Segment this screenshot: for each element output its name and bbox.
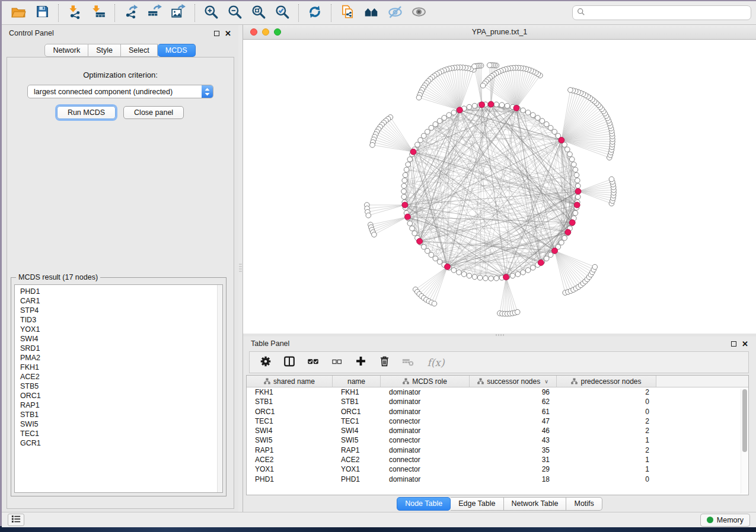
network-window-titlebar[interactable]: YPA_prune.txt_1 [243,25,756,40]
search-field[interactable] [572,5,751,20]
first-neighbors-button[interactable] [359,3,383,23]
tab-style[interactable]: Style [88,44,121,57]
export-image-icon [171,4,186,22]
table-row[interactable]: STB1STB1dominator620 [247,397,748,406]
close-panel-icon[interactable]: ✕ [742,341,748,347]
import-network-button[interactable] [63,3,87,23]
mcds-result-item[interactable]: ACE2 [20,372,222,382]
table-row[interactable]: TEC1TEC1connector472 [247,416,748,426]
optimization-criterion-label: Optimization criterion: [7,70,234,79]
mcds-result-item[interactable]: ORC1 [20,391,222,400]
tab-mcds[interactable]: MCDS [158,44,196,57]
table-row[interactable]: SWI4SWI4dominator462 [247,426,748,435]
mcds-result-item[interactable]: TEC1 [20,429,222,438]
column-header-predecessor-nodes[interactable]: predecessor nodes [557,376,656,387]
import-table-icon [91,4,106,22]
float-panel-icon[interactable] [731,341,736,347]
table-settings-button[interactable] [257,354,275,371]
mcds-result-item[interactable]: CAR1 [20,296,222,306]
clone-network-button[interactable] [336,3,359,23]
mcds-result-item[interactable]: STB1 [20,410,222,419]
mcds-result-item[interactable]: SRD1 [20,344,222,353]
table-row[interactable]: RAP1RAP1dominator352 [247,446,748,455]
result-list-scrollbar[interactable] [217,285,222,492]
mcds-result-item[interactable]: YOX1 [20,325,222,334]
mcds-result-item[interactable]: STP4 [20,306,222,315]
column-header-mcds-role[interactable]: MCDS role [381,376,470,387]
export-table-button[interactable] [143,3,167,23]
table-row[interactable]: YOX1YOX1connector291 [247,464,748,474]
hide-selected-button[interactable] [383,3,407,23]
save-button[interactable] [30,3,54,23]
table-cell: 29 [470,464,557,474]
save-floppy-icon [35,4,50,21]
deselect-all-columns-button[interactable] [328,354,346,371]
mcds-result-item[interactable]: PMA2 [20,353,222,363]
criterion-selected-value: largest connected component (undirected) [28,88,202,96]
mcds-result-item[interactable]: RAP1 [20,400,222,410]
tab-network-table[interactable]: Network Table [504,497,567,511]
function-builder-button-disabled: f(x) [423,354,449,371]
mcds-result-item[interactable]: SWI4 [20,334,222,344]
tab-select[interactable]: Select [121,44,158,57]
create-column-button[interactable] [352,354,369,371]
run-mcds-button[interactable]: Run MCDS [57,106,116,119]
zoom-selected-button[interactable] [270,3,294,23]
close-panel-icon[interactable]: ✕ [225,31,231,36]
mcds-result-item[interactable]: FKH1 [20,363,222,372]
network-canvas[interactable] [243,40,756,334]
mcds-result-list[interactable]: PHD1CAR1STP4TID3YOX1SWI4SRD1PMA2FKH1ACE2… [14,284,223,493]
zoom-in-button[interactable] [199,3,223,23]
mcds-result-item[interactable]: STB5 [20,382,222,391]
table-row[interactable]: FKH1FKH1dominator962 [247,387,748,397]
column-header-name[interactable]: name [333,376,381,387]
gear-icon [259,355,272,370]
tab-node-table[interactable]: Node Table [397,497,451,511]
table-cell: 2 [557,387,656,397]
zoom-out-button[interactable] [223,3,247,23]
zoom-fit-button[interactable] [247,3,270,23]
table-cell-filler [656,455,748,464]
horizontal-splitter[interactable] [243,334,756,336]
table-row[interactable]: SWI5SWI5connector431 [247,435,748,445]
mcds-result-item[interactable]: TID3 [20,315,222,325]
close-panel-button[interactable]: Close panel [123,106,184,119]
memory-button[interactable]: Memory [700,514,750,527]
column-header-shared-name[interactable]: shared name [247,376,333,387]
table-cell-filler [656,416,748,426]
eye-slash-icon [387,4,403,22]
mcds-result-item[interactable]: PHD1 [20,287,222,296]
table-cell: 0 [557,397,656,406]
table-cell: YOX1 [333,464,381,474]
show-all-button[interactable] [407,3,430,23]
tab-network[interactable]: Network [44,44,88,57]
scrollbar-thumb[interactable] [742,389,747,452]
column-header-successor-nodes[interactable]: successor nodes ∨ [470,376,557,387]
mcds-result-item[interactable]: GCR1 [20,438,222,448]
vertical-splitter[interactable] [238,25,243,512]
delete-columns-button[interactable] [375,354,393,371]
network-graph[interactable] [243,40,756,334]
table-row[interactable]: PHD1PHD1dominator180 [247,475,748,484]
float-panel-icon[interactable] [214,31,219,36]
task-history-button[interactable] [8,514,24,526]
table-body: FKH1FKH1dominator962STB1STB1dominator620… [247,387,748,484]
show-columns-button[interactable] [280,354,298,371]
open-button[interactable] [7,3,30,23]
table-row[interactable]: ACE2ACE2connector311 [247,455,748,464]
import-table-button[interactable] [87,3,110,23]
refresh-button[interactable] [303,3,327,23]
table-row[interactable]: ORC1ORC1dominator610 [247,407,748,416]
toolbar-separator [194,4,195,22]
table-vertical-scrollbar[interactable] [741,389,747,493]
criterion-select[interactable]: largest connected component (undirected) [27,85,213,98]
export-network-button[interactable] [119,3,143,23]
select-all-columns-button[interactable] [304,354,322,371]
search-input[interactable] [588,9,747,17]
mcds-result-item[interactable]: SWI5 [20,419,222,429]
table-cell: dominator [381,426,470,435]
tab-motifs[interactable]: Motifs [566,497,602,511]
tab-edge-table[interactable]: Edge Table [451,497,503,511]
table-cell: TEC1 [333,416,381,426]
export-image-button[interactable] [167,3,190,23]
